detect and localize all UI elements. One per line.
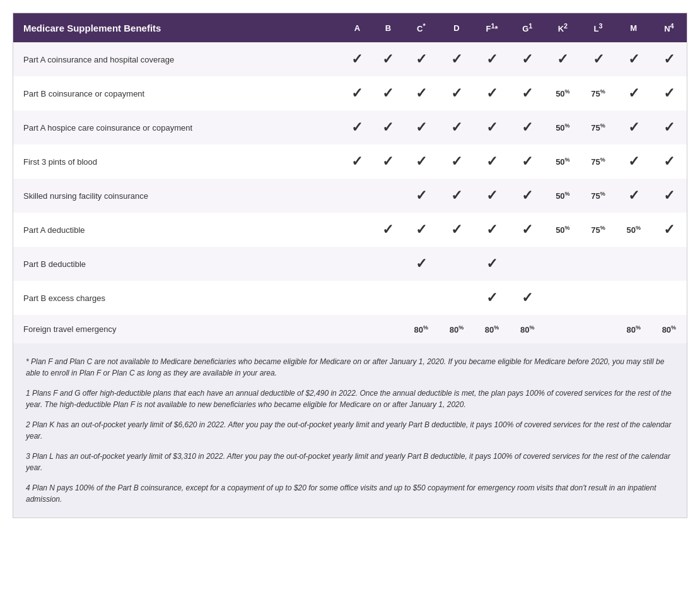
data-cell: ✓ (651, 179, 687, 213)
col-header-b: B (373, 13, 404, 42)
checkmark-icon: ✓ (451, 187, 462, 204)
data-cell (580, 315, 615, 343)
data-cell (373, 281, 404, 315)
percentage-value: 80% (485, 325, 499, 334)
checkmark-icon: ✓ (351, 51, 363, 68)
benefit-cell: Part B coinsurance or copayment (13, 76, 342, 110)
col-header-d: D (439, 13, 474, 42)
data-cell: ✓ (651, 110, 687, 145)
data-cell: ✓ (474, 179, 510, 213)
data-cell (651, 247, 687, 281)
data-cell (342, 247, 373, 281)
checkmark-icon: ✓ (486, 256, 498, 272)
checkmark-icon: ✓ (486, 119, 498, 136)
data-cell: 75% (580, 213, 615, 247)
checkmark-icon: ✓ (451, 222, 462, 238)
checkmark-icon: ✓ (486, 153, 498, 170)
data-cell: 75% (580, 110, 615, 145)
table-row: Part A coinsurance and hospital coverage… (13, 42, 687, 76)
data-cell: 75% (580, 145, 615, 179)
data-cell: ✓ (404, 247, 439, 281)
data-cell: 80% (474, 315, 510, 343)
data-cell: ✓ (474, 281, 510, 315)
checkmark-icon: ✓ (416, 153, 427, 170)
col-header-g: G1 (510, 13, 545, 42)
benefit-cell: Skilled nursing facility coinsurance (13, 179, 342, 213)
data-cell: ✓ (439, 110, 474, 145)
checkmark-icon: ✓ (628, 85, 639, 102)
table-row: Part B deductible✓✓ (13, 247, 687, 281)
checkmark-icon: ✓ (663, 153, 675, 170)
percentage-value: 80% (414, 325, 428, 334)
data-cell (342, 213, 373, 247)
data-cell: ✓ (342, 145, 373, 179)
percentage-value: 80% (662, 325, 676, 334)
data-cell: 75% (580, 179, 615, 213)
table-row: Part B coinsurance or copayment✓✓✓✓✓✓50%… (13, 76, 687, 110)
footnote-text: 4 Plan N pays 100% of the Part B coinsur… (26, 482, 674, 505)
table-row: Skilled nursing facility coinsurance✓✓✓✓… (13, 179, 687, 213)
data-cell: ✓ (580, 42, 615, 76)
data-cell (616, 247, 651, 281)
data-cell: 75% (580, 76, 615, 110)
data-cell: ✓ (404, 42, 439, 76)
data-cell (373, 247, 404, 281)
benefit-cell: Foreign travel emergency (13, 315, 342, 343)
data-cell: ✓ (404, 76, 439, 110)
checkmark-icon: ✓ (451, 153, 462, 170)
checkmark-icon: ✓ (382, 153, 394, 170)
data-cell: ✓ (373, 145, 404, 179)
data-cell: ✓ (439, 76, 474, 110)
checkmark-icon: ✓ (628, 187, 639, 204)
checkmark-icon: ✓ (351, 85, 363, 102)
table-row: Part B excess charges✓✓ (13, 281, 687, 315)
checkmark-icon: ✓ (522, 51, 533, 68)
data-cell: 50% (545, 110, 580, 145)
data-cell: ✓ (342, 42, 373, 76)
data-cell (439, 247, 474, 281)
checkmark-icon: ✓ (451, 85, 462, 102)
data-cell (404, 281, 439, 315)
checkmark-icon: ✓ (382, 222, 394, 238)
percentage-value: 75% (591, 89, 605, 98)
percentage-value: 75% (591, 191, 605, 201)
table-row: Part A deductible✓✓✓✓✓50%75%50%✓ (13, 213, 687, 247)
checkmark-icon: ✓ (522, 85, 533, 102)
data-cell (545, 247, 580, 281)
table-header-row: Medicare Supplement Benefits A B C* D F1… (13, 13, 687, 42)
footnote-text: 3 Plan L has an out-of-pocket yearly lim… (26, 451, 674, 473)
checkmark-icon: ✓ (486, 51, 498, 68)
data-cell: ✓ (342, 76, 373, 110)
data-cell: 80% (439, 315, 474, 343)
data-cell: 50% (545, 76, 580, 110)
data-cell: ✓ (616, 110, 651, 145)
data-cell: ✓ (373, 110, 404, 145)
data-cell (510, 247, 545, 281)
checkmark-icon: ✓ (628, 153, 639, 170)
checkmark-icon: ✓ (663, 222, 675, 238)
data-cell: ✓ (510, 281, 545, 315)
checkmark-icon: ✓ (382, 51, 394, 68)
data-cell (616, 281, 651, 315)
percentage-value: 75% (591, 157, 605, 167)
table-row: Foreign travel emergency80%80%80%80%80%8… (13, 315, 687, 343)
col-header-l: L3 (580, 13, 615, 42)
checkmark-icon: ✓ (486, 85, 498, 102)
data-cell: ✓ (510, 145, 545, 179)
checkmark-icon: ✓ (416, 51, 427, 68)
data-cell: ✓ (474, 145, 510, 179)
data-cell: 50% (545, 145, 580, 179)
data-cell: 50% (545, 179, 580, 213)
checkmark-icon: ✓ (628, 51, 639, 68)
checkmark-icon: ✓ (522, 187, 533, 204)
checkmark-icon: ✓ (663, 51, 675, 68)
benefit-cell: Part A deductible (13, 213, 342, 247)
percentage-value: 50% (556, 191, 569, 201)
data-cell: ✓ (474, 42, 510, 76)
col-header-m: M (616, 13, 651, 42)
checkmark-icon: ✓ (382, 119, 394, 136)
checkmark-icon: ✓ (451, 51, 462, 68)
data-cell: ✓ (545, 42, 580, 76)
checkmark-icon: ✓ (522, 119, 533, 136)
data-cell: ✓ (404, 110, 439, 145)
